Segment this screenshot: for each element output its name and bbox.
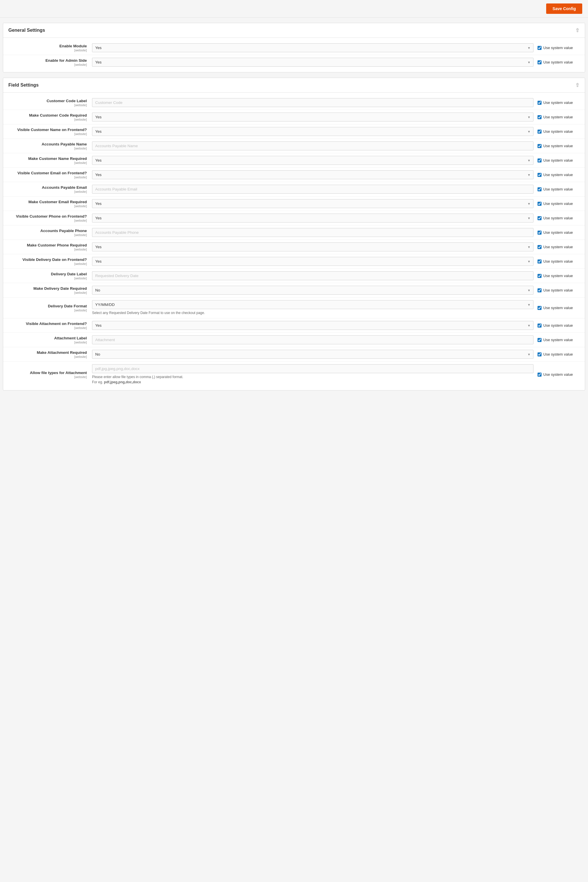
- label-scope-accounts_payable_email: [website]: [8, 190, 87, 193]
- system-value-checkbox-make_customer_code_required[interactable]: [537, 115, 542, 119]
- select-wrap-visible_delivery_date_frontend: YesNo▼: [92, 257, 534, 266]
- system-value-checkbox-accounts_payable_name[interactable]: [537, 144, 542, 148]
- select-delivery_date_format[interactable]: YY/MM/DDMM/DD/YYDD/MM/YY: [92, 300, 534, 309]
- system-value-label-make_customer_name_required: Use system value: [543, 158, 573, 162]
- system-value-visible_delivery_date_frontend: Use system value: [534, 259, 580, 263]
- system-value-checkbox-enable_admin[interactable]: [537, 60, 542, 65]
- select-visible_customer_email_frontend[interactable]: YesNo: [92, 170, 534, 179]
- system-value-checkbox-make_attachment_required[interactable]: [537, 352, 542, 356]
- system-value-label-accounts_payable_phone: Use system value: [543, 230, 573, 234]
- input-allow_file_types[interactable]: [92, 364, 534, 373]
- select-enable_admin[interactable]: YesNo: [92, 58, 534, 67]
- system-value-label-customer_code_label: Use system value: [543, 101, 573, 105]
- label-main-visible_attachment_frontend: Visible Attachment on Frontend?: [8, 322, 87, 326]
- field-control-make_delivery_date_required: YesNo▼: [92, 286, 534, 295]
- input-accounts_payable_email[interactable]: [92, 185, 534, 194]
- save-config-button[interactable]: Save Config: [546, 3, 582, 14]
- select-enable_module[interactable]: YesNo: [92, 43, 534, 52]
- field-label-accounts_payable_phone: Accounts Payable Phone[website]: [8, 228, 92, 237]
- select-visible_delivery_date_frontend[interactable]: YesNo: [92, 257, 534, 266]
- general-settings-title: General Settings: [8, 28, 45, 33]
- field-control-make_attachment_required: YesNo▼: [92, 350, 534, 359]
- system-value-checkbox-delivery_date_format[interactable]: [537, 306, 542, 310]
- select-make_customer_name_required[interactable]: YesNo: [92, 156, 534, 165]
- field-row-make_attachment_required: Make Attachment Required[website]YesNo▼U…: [3, 347, 585, 362]
- label-scope-enable_admin: [website]: [8, 63, 87, 66]
- system-value-checkbox-visible_customer_name_frontend[interactable]: [537, 129, 542, 134]
- system-value-checkbox-make_customer_phone_required[interactable]: [537, 245, 542, 249]
- field-control-delivery_date_label: [92, 271, 534, 280]
- input-attachment_label[interactable]: [92, 335, 534, 344]
- field-label-visible_customer_phone_frontend: Visible Customer Phone on Frontend?[webs…: [8, 214, 92, 222]
- field-control-attachment_label: [92, 335, 534, 344]
- system-value-delivery_date_format: Use system value: [534, 306, 580, 310]
- label-main-enable_admin: Enable for Admin Side: [8, 58, 87, 63]
- field-control-make_customer_phone_required: YesNo▼: [92, 242, 534, 251]
- label-scope-make_customer_phone_required: [website]: [8, 248, 87, 251]
- select-make_attachment_required[interactable]: YesNo: [92, 350, 534, 359]
- select-wrap-make_customer_name_required: YesNo▼: [92, 156, 534, 165]
- select-wrap-delivery_date_format: YY/MM/DDMM/DD/YYDD/MM/YY▼: [92, 300, 534, 309]
- field-label-make_customer_email_required: Make Customer Email Required[website]: [8, 200, 92, 208]
- label-main-delivery_date_label: Delivery Date Label: [8, 272, 87, 276]
- system-value-visible_attachment_frontend: Use system value: [534, 323, 580, 328]
- label-main-visible_customer_phone_frontend: Visible Customer Phone on Frontend?: [8, 214, 87, 218]
- system-value-checkbox-visible_customer_phone_frontend[interactable]: [537, 216, 542, 220]
- system-value-customer_code_label: Use system value: [534, 101, 580, 105]
- label-main-delivery_date_format: Delivery Date Format: [8, 304, 87, 308]
- label-main-visible_customer_name_frontend: Visible Customer Name on Frontend?: [8, 128, 87, 132]
- field-row-visible_customer_name_frontend: Visible Customer Name on Frontend?[websi…: [3, 125, 585, 139]
- select-wrap-make_attachment_required: YesNo▼: [92, 350, 534, 359]
- select-make_customer_email_required[interactable]: YesNo: [92, 199, 534, 208]
- input-accounts_payable_phone[interactable]: [92, 228, 534, 237]
- label-main-make_customer_name_required: Make Customer Name Required: [8, 156, 87, 161]
- field-control-visible_attachment_frontend: YesNo▼: [92, 321, 534, 330]
- input-delivery_date_label[interactable]: [92, 271, 534, 280]
- input-accounts_payable_name[interactable]: [92, 141, 534, 150]
- field-label-delivery_date_format: Delivery Date Format[website]: [8, 304, 92, 312]
- system-value-checkbox-attachment_label[interactable]: [537, 338, 542, 342]
- select-visible_customer_phone_frontend[interactable]: YesNo: [92, 213, 534, 222]
- system-value-checkbox-make_customer_email_required[interactable]: [537, 202, 542, 206]
- system-value-checkbox-accounts_payable_phone[interactable]: [537, 231, 542, 234]
- select-wrap-enable_module: YesNo▼: [92, 43, 534, 52]
- field-label-accounts_payable_name: Accounts Payable Name[website]: [8, 142, 92, 150]
- label-scope-visible_customer_name_frontend: [website]: [8, 132, 87, 136]
- system-value-label-delivery_date_format: Use system value: [543, 306, 573, 310]
- system-value-checkbox-allow_file_types[interactable]: [537, 373, 542, 377]
- system-value-accounts_payable_name: Use system value: [534, 144, 580, 148]
- select-visible_attachment_frontend[interactable]: YesNo: [92, 321, 534, 330]
- field-label-visible_customer_name_frontend: Visible Customer Name on Frontend?[websi…: [8, 128, 92, 136]
- system-value-checkbox-visible_delivery_date_frontend[interactable]: [537, 260, 542, 263]
- field-label-customer_code_label: Customer Code Label[website]: [8, 99, 92, 107]
- label-main-make_attachment_required: Make Attachment Required: [8, 350, 87, 355]
- field-row-make_customer_code_required: Make Customer Code Required[website]YesN…: [3, 110, 585, 125]
- select-make_customer_phone_required[interactable]: YesNo: [92, 242, 534, 251]
- field-label-allow_file_types: Allow file types for Attachment[website]: [8, 371, 92, 379]
- system-value-checkbox-visible_attachment_frontend[interactable]: [537, 323, 542, 328]
- system-value-checkbox-visible_customer_email_frontend[interactable]: [537, 173, 542, 177]
- system-value-checkbox-make_delivery_date_required[interactable]: [537, 288, 542, 292]
- field-control-visible_delivery_date_frontend: YesNo▼: [92, 257, 534, 266]
- field-row-delivery_date_label: Delivery Date Label[website]Use system v…: [3, 269, 585, 283]
- label-scope-visible_customer_email_frontend: [website]: [8, 176, 87, 179]
- select-make_customer_code_required[interactable]: YesNo: [92, 113, 534, 122]
- general-settings-collapse-icon[interactable]: ⇧: [575, 27, 580, 33]
- field-row-enable_module: Enable Module[website]YesNo▼Use system v…: [3, 41, 585, 55]
- system-value-checkbox-make_customer_name_required[interactable]: [537, 158, 542, 162]
- system-value-checkbox-customer_code_label[interactable]: [537, 101, 542, 105]
- input-customer_code_label[interactable]: [92, 98, 534, 107]
- system-value-label-visible_delivery_date_frontend: Use system value: [543, 259, 573, 263]
- label-main-customer_code_label: Customer Code Label: [8, 99, 87, 103]
- label-main-accounts_payable_email: Accounts Payable Email: [8, 185, 87, 189]
- select-visible_customer_name_frontend[interactable]: YesNo: [92, 127, 534, 136]
- select-make_delivery_date_required[interactable]: YesNo: [92, 286, 534, 295]
- system-value-checkbox-accounts_payable_email[interactable]: [537, 187, 542, 191]
- label-main-make_delivery_date_required: Make Delivery Date Required: [8, 286, 87, 291]
- system-value-checkbox-delivery_date_label[interactable]: [537, 274, 542, 278]
- system-value-checkbox-enable_module[interactable]: [537, 46, 542, 50]
- select-wrap-visible_customer_name_frontend: YesNo▼: [92, 127, 534, 136]
- field-settings-collapse-icon[interactable]: ⇧: [575, 82, 580, 88]
- general-settings-section: General Settings ⇧ Enable Module[website…: [3, 23, 585, 72]
- select-wrap-make_delivery_date_required: YesNo▼: [92, 286, 534, 295]
